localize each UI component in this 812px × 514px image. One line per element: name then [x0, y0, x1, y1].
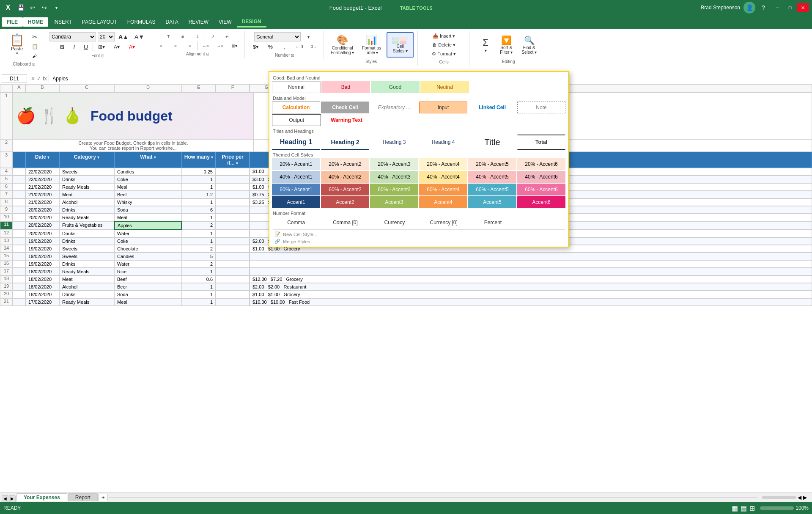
scroll-right-btn[interactable]: ▶ [803, 495, 807, 500]
scroll-left-btn[interactable]: ◀ [798, 495, 801, 500]
menu-file[interactable]: FILE [2, 17, 23, 27]
menu-formulas[interactable]: FORMULAS [122, 17, 161, 27]
cut-button[interactable]: ✂ [28, 32, 41, 41]
paste-button[interactable]: 📋 Paste ▾ [7, 32, 27, 58]
col-price[interactable]: Price per it... ▾ [216, 152, 250, 168]
redo-icon[interactable]: ↪ [40, 3, 49, 12]
delete-button[interactable]: 🗑 Delete ▾ [430, 41, 458, 49]
merge-center-button[interactable]: ⊞▾ [228, 42, 241, 49]
col-category[interactable]: Category ▾ [59, 152, 114, 168]
col-header-a[interactable]: A [13, 84, 25, 93]
borders-button[interactable]: ⊞▾ [95, 43, 108, 51]
add-sheet-button[interactable]: + [99, 494, 108, 501]
col-header-d[interactable]: D [114, 84, 182, 93]
wrap-text-button[interactable]: ↵ [220, 33, 234, 40]
number-format-select[interactable]: General [254, 32, 301, 41]
normal-view-button[interactable]: ▦ [732, 504, 738, 512]
find-select-button[interactable]: 🔍 Find &Select ▾ [518, 32, 540, 58]
page-layout-view-button[interactable]: ▤ [741, 504, 747, 512]
style-60-accent3[interactable]: 60% - Accent3 [370, 184, 418, 195]
style-bad[interactable]: Bad [321, 81, 370, 93]
page-break-view-button[interactable]: ⊞ [749, 504, 755, 512]
decrease-indent-button[interactable]: ←≡ [199, 42, 212, 49]
underline-button[interactable]: U [81, 42, 91, 52]
col-header-c[interactable]: C [59, 84, 114, 93]
currency-button[interactable]: $▾ [249, 42, 263, 51]
style-accent3[interactable]: Accent3 [370, 196, 418, 208]
col-what[interactable]: What ▾ [114, 152, 182, 168]
align-top-button[interactable]: ⊤ [162, 33, 175, 40]
zoom-slider[interactable] [760, 506, 794, 510]
style-20-accent3[interactable]: 20% - Accent3 [370, 158, 418, 170]
style-accent6[interactable]: Accent6 [517, 196, 565, 208]
style-40-accent6[interactable]: 40% - Accent6 [517, 171, 565, 183]
autosum-button[interactable]: Σ ▾ [477, 32, 494, 58]
style-currency[interactable]: Currency [370, 217, 419, 228]
confirm-formula-icon[interactable]: ✓ [37, 76, 41, 82]
style-heading4[interactable]: Heading 4 [419, 135, 467, 150]
menu-insert[interactable]: INSERT [48, 17, 77, 27]
style-60-accent1[interactable]: 60% - Accent1 [272, 184, 320, 195]
style-20-accent2[interactable]: 20% - Accent2 [321, 158, 369, 170]
style-20-accent6[interactable]: 20% - Accent6 [517, 158, 565, 170]
style-20-accent5[interactable]: 20% - Accent5 [468, 158, 516, 170]
style-linked-cell[interactable]: Linked Cell [468, 102, 516, 113]
cell-reference-box[interactable] [2, 74, 27, 83]
style-heading2[interactable]: Heading 2 [321, 135, 369, 150]
selected-cell-apples[interactable]: Apples [114, 221, 182, 230]
sort-filter-button[interactable]: 🔽 Sort &Filter ▾ [496, 32, 517, 58]
style-calculation[interactable]: Calculation [272, 102, 320, 113]
style-heading1[interactable]: Heading 1 [272, 135, 320, 150]
bold-button[interactable]: B [57, 42, 67, 52]
font-color-button[interactable]: A▾ [125, 43, 139, 51]
conditional-formatting-button[interactable]: 🎨 ConditionalFormatting ▾ [329, 32, 357, 58]
style-20-accent1[interactable]: 20% - Accent1 [272, 158, 320, 170]
tab-nav-right[interactable]: ▶ [9, 495, 16, 502]
cell-styles-button[interactable]: CellStyles ▾ [387, 32, 414, 58]
menu-home[interactable]: HOME [23, 17, 48, 27]
align-middle-button[interactable]: ≡ [176, 33, 189, 40]
maximize-button[interactable]: □ [784, 3, 796, 12]
font-size-select[interactable]: 20 [98, 32, 115, 41]
style-accent4[interactable]: Accent4 [419, 196, 467, 208]
new-cell-style-item[interactable]: 📝 New Cell Style... [271, 231, 566, 238]
angle-text-button[interactable]: ↗ [206, 33, 219, 40]
tab-your-expenses[interactable]: Your Expenses [16, 493, 67, 501]
menu-page-layout[interactable]: PAGE LAYOUT [77, 17, 122, 27]
format-button[interactable]: ⚙ Format ▾ [430, 50, 458, 58]
style-40-accent2[interactable]: 40% - Accent2 [321, 171, 369, 183]
menu-design[interactable]: DESIGN [237, 17, 266, 27]
align-right-button[interactable]: ≡ [183, 42, 197, 49]
comma-button[interactable]: , [278, 42, 291, 51]
decrease-decimal-button[interactable]: ←.0 [292, 43, 306, 50]
style-40-accent3[interactable]: 40% - Accent3 [370, 171, 418, 183]
increase-font-button[interactable]: A▲ [116, 32, 131, 41]
style-accent1[interactable]: Accent1 [272, 196, 320, 208]
horizontal-scrollbar[interactable] [762, 496, 796, 499]
style-comma[interactable]: Comma [272, 217, 320, 228]
style-explanatory[interactable]: Explanatory ... [370, 102, 418, 113]
style-40-accent4[interactable]: 40% - Accent4 [419, 171, 467, 183]
increase-indent-button[interactable]: →≡ [213, 42, 227, 49]
style-40-accent1[interactable]: 40% - Accent1 [272, 171, 320, 183]
tab-report[interactable]: Report [68, 493, 98, 501]
font-name-select[interactable]: Candara [49, 32, 96, 41]
style-normal[interactable]: Normal [272, 81, 321, 93]
user-avatar[interactable]: 👤 [743, 2, 755, 14]
subtitle-cell[interactable]: Create your Food Budget. Check tips in c… [13, 139, 254, 152]
style-60-accent2[interactable]: 60% - Accent2 [321, 184, 369, 195]
style-60-accent5[interactable]: 60% - Accent5 [468, 184, 516, 195]
style-input[interactable]: Input [419, 102, 467, 113]
style-good[interactable]: Good [371, 81, 420, 93]
format-as-table-button[interactable]: 📊 Format asTable ▾ [358, 32, 385, 58]
align-center-button[interactable]: ≡ [169, 42, 182, 49]
style-60-accent4[interactable]: 60% - Accent4 [419, 184, 467, 195]
style-percent[interactable]: Percent [469, 217, 517, 228]
merge-styles-item[interactable]: 🔗 Merge Styles... [271, 238, 566, 245]
tab-nav-left[interactable]: ◀ [2, 495, 8, 502]
align-bottom-button[interactable]: ⊥ [190, 33, 204, 40]
copy-button[interactable]: 📋 [28, 42, 41, 51]
col-date[interactable]: Date ▾ [25, 152, 59, 168]
save-icon[interactable]: 💾 [16, 3, 25, 12]
style-output[interactable]: Output [272, 114, 321, 126]
